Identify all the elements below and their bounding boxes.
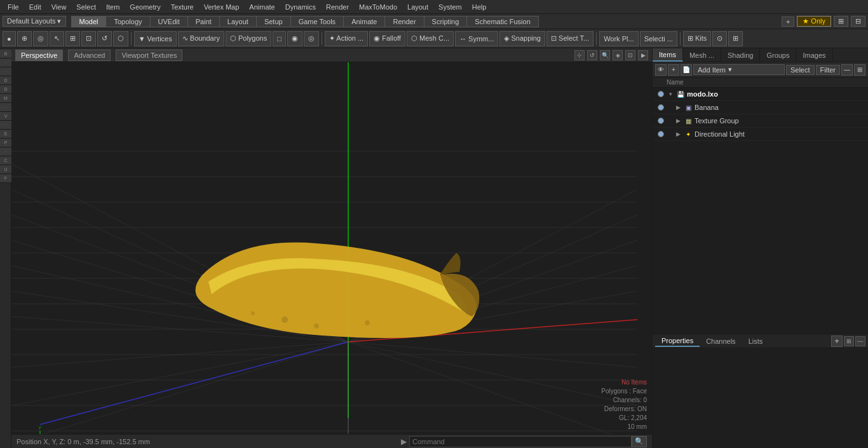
- items-tab-shading[interactable]: Shading: [721, 48, 760, 62]
- tool-select-t[interactable]: ⊡ Select T...: [546, 31, 593, 46]
- left-icon-7[interactable]: ·: [0, 103, 11, 112]
- star-button[interactable]: ★ Only: [797, 16, 831, 27]
- add-tab-button[interactable]: +: [782, 17, 794, 27]
- viewport-tab-textures[interactable]: Viewport Textures: [116, 50, 182, 61]
- item-row-texture-group[interactable]: ▶ ▦ Texture Group: [653, 114, 868, 128]
- item-expand-banana[interactable]: ▶: [674, 104, 682, 111]
- tool-polygons[interactable]: ⬡ Polygons: [226, 31, 271, 46]
- left-icon-1[interactable]: B: [0, 50, 11, 58]
- tool-transform[interactable]: ⊞: [65, 31, 80, 46]
- tab-uvedit[interactable]: UVEdit: [150, 16, 187, 27]
- item-expand-texture-group[interactable]: ▶: [674, 117, 682, 125]
- menu-maxtomodo[interactable]: MaxToModo: [354, 2, 402, 12]
- layout-dropdown[interactable]: Default Layouts ▾: [3, 16, 66, 27]
- left-icon-3[interactable]: ·: [0, 67, 11, 76]
- vp-ctrl-6[interactable]: ▶: [638, 50, 648, 60]
- tool-toggle[interactable]: ●: [3, 31, 16, 46]
- tool-world[interactable]: ⊕: [17, 31, 32, 46]
- tool-symmetry[interactable]: ↔ Symm...: [455, 31, 498, 46]
- props-tab-lists[interactable]: Lists: [742, 336, 770, 346]
- menu-help[interactable]: Help: [467, 2, 492, 12]
- tab-scripting[interactable]: Scripting: [424, 16, 467, 27]
- items-tab-groups[interactable]: Groups: [760, 48, 796, 62]
- menu-vertexmap[interactable]: Vertex Map: [199, 2, 245, 12]
- tool-boundary[interactable]: ∿ Boundary: [178, 31, 224, 46]
- left-icon-6[interactable]: M: [0, 94, 11, 103]
- item-vis-banana[interactable]: [655, 102, 667, 112]
- items-select-button[interactable]: Select: [786, 65, 815, 75]
- menu-edit[interactable]: Edit: [24, 2, 46, 12]
- tool-mode4[interactable]: □: [273, 31, 286, 46]
- props-tab-properties[interactable]: Properties: [655, 336, 700, 347]
- tool-mode5[interactable]: ◉: [287, 31, 302, 46]
- tab-topology[interactable]: Topology: [105, 16, 149, 27]
- command-search-button[interactable]: 🔍: [632, 436, 647, 447]
- tool-mode-circle[interactable]: ◎: [33, 31, 48, 46]
- tool-scale[interactable]: ⊡: [81, 31, 96, 46]
- tool-workplane[interactable]: Work Pl...: [599, 31, 638, 46]
- items-tab-items[interactable]: Items: [653, 48, 683, 62]
- tab-render[interactable]: Render: [384, 16, 423, 27]
- items-add-dropdown[interactable]: Add Item ▾: [693, 64, 785, 75]
- tool-vertices[interactable]: ▼ Vertices: [134, 31, 177, 46]
- tool-kits[interactable]: ⊞ Kits: [683, 31, 711, 46]
- tool-shape[interactable]: ⬡: [113, 31, 128, 46]
- vp-ctrl-1[interactable]: ⊹: [574, 50, 585, 60]
- menu-file[interactable]: File: [3, 2, 24, 12]
- fullscreen-button[interactable]: ⊞: [834, 16, 848, 27]
- vp-ctrl-5[interactable]: ⊡: [625, 50, 635, 60]
- tool-rotate[interactable]: ↺: [97, 31, 112, 46]
- menu-system[interactable]: System: [433, 2, 467, 12]
- viewport-tab-advanced[interactable]: Advanced: [68, 50, 111, 61]
- item-vis-texture-group[interactable]: [655, 116, 667, 126]
- tool-vr[interactable]: ⊙: [712, 31, 727, 46]
- left-icon-9[interactable]: ·: [0, 121, 11, 130]
- tool-action[interactable]: ✦ Action ...: [325, 31, 368, 46]
- tab-schematic[interactable]: Schematic Fusion: [466, 16, 538, 27]
- tool-select-arrow[interactable]: ↖: [50, 31, 64, 46]
- tool-falloff[interactable]: ◉ Falloff: [369, 31, 405, 46]
- tab-animate[interactable]: Animate: [343, 16, 384, 27]
- left-icon-11[interactable]: P: [0, 139, 11, 147]
- left-icon-8[interactable]: V: [0, 112, 11, 121]
- left-icon-13[interactable]: C: [0, 156, 11, 165]
- viewport-tab-perspective[interactable]: Perspective: [15, 50, 63, 61]
- item-row-modolxo[interactable]: ▾ 💾 modo.lxo: [653, 88, 868, 101]
- tool-snapping[interactable]: ◈ Snapping: [499, 31, 545, 46]
- vp-ctrl-2[interactable]: ↺: [587, 50, 597, 60]
- item-row-directional-light[interactable]: ▶ ✦ Directional Light: [653, 128, 868, 141]
- tab-layout[interactable]: Layout: [219, 16, 256, 27]
- viewport-canvas[interactable]: X Y Z No Items Polygons : Face Channels:…: [11, 62, 652, 434]
- props-ctrl-collapse[interactable]: —: [855, 336, 865, 346]
- vp-ctrl-4[interactable]: ◈: [613, 50, 623, 60]
- bottom-arrow[interactable]: ▶: [398, 437, 409, 446]
- menu-render[interactable]: Render: [321, 2, 354, 12]
- tab-paint[interactable]: Paint: [187, 16, 219, 27]
- tab-setup[interactable]: Setup: [256, 16, 290, 27]
- tab-model[interactable]: Model: [71, 16, 106, 27]
- menu-layout[interactable]: Layout: [402, 2, 433, 12]
- items-tb-add[interactable]: +: [668, 64, 679, 76]
- menu-dynamics[interactable]: Dynamics: [280, 2, 321, 12]
- vp-ctrl-3[interactable]: 🔍: [600, 50, 610, 60]
- tool-selection[interactable]: Selecti ...: [640, 31, 677, 46]
- item-expand-directional-light[interactable]: ▶: [674, 130, 682, 138]
- items-collapse[interactable]: —: [841, 64, 853, 76]
- left-icon-5[interactable]: D: [0, 85, 11, 94]
- items-filter-button[interactable]: Filter: [816, 65, 840, 75]
- settings-button[interactable]: ⊟: [851, 16, 865, 27]
- items-expand-btn[interactable]: ⊞: [854, 64, 865, 76]
- tool-mesh[interactable]: ⬡ Mesh C...: [407, 31, 454, 46]
- items-tb-eye[interactable]: 👁: [655, 64, 667, 76]
- tab-gametools[interactable]: Game Tools: [290, 16, 344, 27]
- left-icon-4[interactable]: D: [0, 76, 11, 85]
- items-tab-mesh[interactable]: Mesh ...: [683, 48, 721, 62]
- item-vis-directional-light[interactable]: [655, 129, 667, 139]
- command-input[interactable]: [409, 436, 632, 447]
- props-tab-channels[interactable]: Channels: [700, 336, 742, 346]
- tool-expand[interactable]: ⊞: [728, 31, 743, 46]
- menu-texture[interactable]: Texture: [166, 2, 199, 12]
- item-vis-modolxo[interactable]: [655, 89, 667, 99]
- menu-item[interactable]: Item: [101, 2, 125, 12]
- props-add-button[interactable]: +: [831, 336, 843, 347]
